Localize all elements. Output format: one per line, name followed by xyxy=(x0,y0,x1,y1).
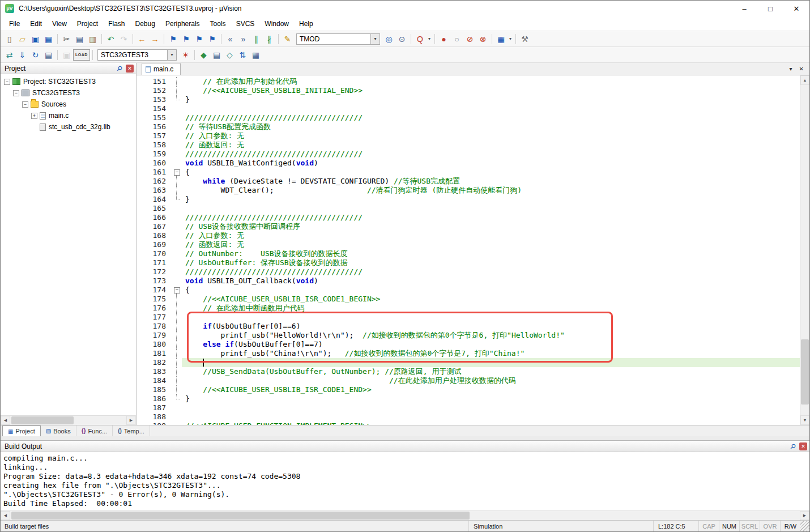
chevron-down-icon[interactable]: ▾ xyxy=(370,34,380,44)
uncomment-selection-icon[interactable]: ∦ xyxy=(263,33,276,45)
code-text[interactable]: //<<AICUBE_USER_USBLIB_ISR_CODE1_BEGIN>> xyxy=(182,295,800,304)
quick-search-dropdown-icon[interactable]: ▾ xyxy=(427,36,432,41)
find-text-icon[interactable]: ⊙ xyxy=(395,33,408,45)
open-file-icon[interactable]: ▱ xyxy=(16,33,29,45)
code-line-165[interactable]: 165 xyxy=(137,204,800,213)
options-for-target-icon[interactable]: ✶ xyxy=(179,49,192,61)
editor-tab-main-c[interactable]: main.c xyxy=(142,63,181,75)
configure-word-list-icon[interactable]: ✎ xyxy=(281,33,294,45)
dock-tab-books[interactable]: ▨Books xyxy=(41,425,76,436)
code-line-167[interactable]: 167// USB设备接收数据中断回调程序 xyxy=(137,222,800,231)
code-text[interactable] xyxy=(182,412,800,422)
code-line-173[interactable]: 173void USBLIB_OUT_Callback(void) xyxy=(137,276,800,286)
line-number[interactable]: 170 xyxy=(137,249,173,258)
comment-selection-icon[interactable]: ∥ xyxy=(250,33,263,45)
scroll-down-icon[interactable]: ▼ xyxy=(800,415,809,425)
line-number[interactable]: 163 xyxy=(137,186,173,195)
debug-windows-dropdown-icon[interactable]: ▾ xyxy=(508,36,513,41)
code-text[interactable]: else if(UsbOutBuffer[0]==7) xyxy=(182,340,800,349)
line-number[interactable]: 158 xyxy=(137,141,173,150)
expand-icon[interactable]: + xyxy=(31,113,37,119)
close-icon[interactable]: ✕ xyxy=(126,65,134,73)
tree-node-stc32gtest3[interactable]: −STC32GTEST3 xyxy=(1,87,136,99)
code-text[interactable]: } xyxy=(182,394,800,403)
dock-tab-templates[interactable]: ()Temp... xyxy=(113,425,150,436)
scroll-up-icon[interactable]: ▲ xyxy=(800,75,809,85)
code-line-183[interactable]: 183 //USB_SendData(UsbOutBuffer, OutNumb… xyxy=(137,367,800,376)
manage-project-items-icon[interactable]: ▤ xyxy=(210,49,223,61)
line-number[interactable]: 154 xyxy=(137,104,173,113)
collapse-icon[interactable]: − xyxy=(22,101,28,108)
hscroll-thumb[interactable] xyxy=(11,512,470,520)
code-line-177[interactable]: 177 xyxy=(137,313,800,322)
debug-windows-icon[interactable]: ▦ xyxy=(494,33,508,45)
redo-icon[interactable]: ↷ xyxy=(117,33,130,45)
menu-project[interactable]: Project xyxy=(72,18,103,30)
code-line-157[interactable]: 157// 入口参数: 无 xyxy=(137,131,800,141)
project-hscrollbar[interactable]: ◀ ▶ xyxy=(1,415,136,425)
menu-tools[interactable]: Tools xyxy=(205,18,231,30)
code-text[interactable]: void USBLIB_OUT_Callback(void) xyxy=(182,276,800,286)
file-extensions-icon[interactable]: ◇ xyxy=(223,49,236,61)
code-text[interactable]: // 在此添加用户初始化代码 xyxy=(182,77,800,86)
code-text[interactable]: while (DeviceState != DEVSTATE_CONFIGURE… xyxy=(182,177,800,186)
disable-all-breakpoints-icon[interactable]: ⊘ xyxy=(463,33,476,45)
line-number[interactable]: 181 xyxy=(137,349,173,358)
menu-svcs[interactable]: SVCS xyxy=(231,18,260,30)
collapse-icon[interactable]: − xyxy=(4,79,10,85)
code-line-162[interactable]: 162 while (DeviceState != DEVSTATE_CONFI… xyxy=(137,177,800,186)
code-line-168[interactable]: 168// 入口参数: 无 xyxy=(137,231,800,240)
line-number[interactable]: 178 xyxy=(137,322,173,331)
navigate-forward-icon[interactable]: → xyxy=(148,33,161,45)
code-line-159[interactable]: 159/////////////////////////////////////… xyxy=(137,150,800,159)
code-line-163[interactable]: 163 WDT_Clear(); //清看门狗定时器 (防止硬件自动使能看门狗) xyxy=(137,186,800,195)
menu-peripherals[interactable]: Peripherals xyxy=(160,18,205,30)
unindent-icon[interactable]: « xyxy=(224,33,237,45)
code-text[interactable]: // 等待USB配置完成函数 xyxy=(182,122,800,131)
code-line-161[interactable]: 161{ xyxy=(137,168,800,177)
line-number[interactable]: 185 xyxy=(137,385,173,394)
code-line-171[interactable]: 171// UsbOutBuffer: 保存USB设备接收到的数据 xyxy=(137,258,800,267)
save-icon[interactable]: ▣ xyxy=(29,33,42,45)
tab-list-icon[interactable]: ▾ xyxy=(790,66,792,72)
code-text[interactable]: //在此处添加用户处理接收数据的代码 xyxy=(182,376,800,385)
update-dependencies-icon[interactable]: ⇅ xyxy=(236,49,249,61)
menu-file[interactable]: File xyxy=(4,18,25,30)
build-output-text[interactable]: compiling main.c...linking...Program Siz… xyxy=(1,452,809,510)
code-line-178[interactable]: 178 if(UsbOutBuffer[0]==6) xyxy=(137,322,800,331)
code-line-164[interactable]: 164} xyxy=(137,195,800,204)
translate-file-icon[interactable]: ⇄ xyxy=(3,49,16,61)
collapse-icon[interactable]: − xyxy=(13,90,19,96)
code-text[interactable] xyxy=(182,358,800,367)
line-number[interactable]: 166 xyxy=(137,213,173,222)
code-line-175[interactable]: 175 //<<AICUBE_USER_USBLIB_ISR_CODE1_BEG… xyxy=(137,295,800,304)
menu-edit[interactable]: Edit xyxy=(25,18,47,30)
code-line-189[interactable]: 189//<<AICUBE_USER_FUNCTION_IMPLEMENT_BE… xyxy=(137,422,800,425)
line-number[interactable]: 177 xyxy=(137,313,173,322)
code-text[interactable]: //USB_SendData(UsbOutBuffer, OutNumber);… xyxy=(182,367,800,376)
code-text[interactable]: // 入口参数: 无 xyxy=(182,231,800,240)
minimize-button[interactable]: – xyxy=(731,1,757,16)
code-line-187[interactable]: 187 xyxy=(137,403,800,412)
close-icon[interactable]: ✕ xyxy=(799,442,807,450)
line-number[interactable]: 162 xyxy=(137,177,173,186)
code-text[interactable]: // 函数返回: 无 xyxy=(182,240,800,249)
batch-build-icon[interactable]: ▤ xyxy=(42,49,55,61)
code-text[interactable]: } xyxy=(182,195,800,204)
code-text[interactable]: //<<AICUBE_USER_FUNCTION_IMPLEMENT_BEGIN… xyxy=(182,422,800,425)
code-text[interactable]: } xyxy=(182,95,800,104)
line-number[interactable]: 165 xyxy=(137,204,173,213)
bookmark-next-icon[interactable]: ⚑ xyxy=(193,33,206,45)
code-text[interactable] xyxy=(182,403,800,412)
rebuild-all-icon[interactable]: ↻ xyxy=(29,49,42,61)
dock-tab-project[interactable]: ▦Project xyxy=(2,425,41,436)
code-line-182[interactable]: 182 xyxy=(137,358,800,367)
code-line-172[interactable]: 172/////////////////////////////////////… xyxy=(137,267,800,276)
code-line-151[interactable]: 151 // 在此添加用户初始化代码 xyxy=(137,77,800,86)
line-number[interactable]: 157 xyxy=(137,131,173,141)
indent-icon[interactable]: » xyxy=(237,33,250,45)
kill-all-breakpoints-icon[interactable]: ⊗ xyxy=(476,33,489,45)
code-line-179[interactable]: 179 printf_usb("HelloWorld!\r\n"); //如接收… xyxy=(137,331,800,340)
code-text[interactable]: // 入口参数: 无 xyxy=(182,131,800,141)
line-number[interactable]: 155 xyxy=(137,113,173,122)
